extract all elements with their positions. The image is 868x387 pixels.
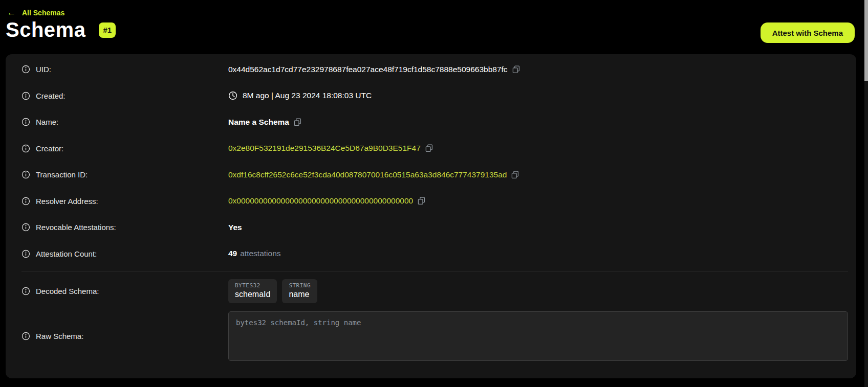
attestation-count-label-group: Attestation Count: <box>21 249 228 258</box>
row-created: Created: 8M ago | Aug 23 2024 18:08:03 U… <box>6 83 856 109</box>
copy-icon[interactable] <box>294 118 301 126</box>
created-label-group: Created: <box>21 92 228 100</box>
field-name: schemaId <box>235 290 270 299</box>
scrollbar-track[interactable] <box>864 0 868 387</box>
row-transaction-id: Transaction ID: 0xdf16c8cff2652c6ce52f3c… <box>6 162 856 188</box>
row-name: Name: Name a Schema <box>6 109 856 135</box>
uid-label-group: UID: <box>21 65 228 74</box>
info-icon <box>21 249 30 258</box>
copy-icon[interactable] <box>418 197 425 205</box>
page-title: Schema <box>6 18 85 41</box>
revocable-value: Yes <box>228 223 242 232</box>
transaction-id-link[interactable]: 0xdf16c8cff2652c6ce52f3cda40d0878070016c… <box>228 170 507 179</box>
info-icon <box>21 170 30 179</box>
transaction-id-label-group: Transaction ID: <box>21 170 228 179</box>
field-name: name <box>289 290 311 299</box>
decoded-schema-fields: BYTES32 schemaId STRING name <box>228 279 317 303</box>
back-to-all-schemas-link[interactable]: ← All Schemas <box>7 8 64 17</box>
row-attestation-count: Attestation Count: 49 attestations <box>6 241 856 267</box>
scrollbar-thumb[interactable] <box>864 0 868 81</box>
resolver-label-group: Resolver Address: <box>21 197 228 206</box>
raw-schema-label-group: Raw Schema: <box>21 332 228 340</box>
resolver-label: Resolver Address: <box>36 197 98 206</box>
row-revocable: Revocable Attestations: Yes <box>6 214 856 241</box>
info-icon <box>21 332 30 340</box>
copy-icon[interactable] <box>512 65 520 74</box>
creator-address-link[interactable]: 0x2e80F532191de291536B24Ce5D67a9B0D3E51F… <box>228 144 421 153</box>
info-icon <box>21 118 30 126</box>
raw-schema-textarea[interactable]: bytes32 schemaId, string name <box>228 311 848 361</box>
schema-field-chip: BYTES32 schemaId <box>228 279 277 303</box>
attestations-link[interactable]: attestations <box>240 249 280 258</box>
schema-number-badge: #1 <box>99 22 116 38</box>
info-icon <box>21 144 30 153</box>
schema-field-chip: STRING name <box>282 279 317 303</box>
copy-icon[interactable] <box>511 171 519 179</box>
info-icon <box>21 287 30 295</box>
created-value: 8M ago | Aug 23 2024 18:08:03 UTC <box>243 91 372 100</box>
divider <box>21 271 848 271</box>
row-creator: Creator: 0x2e80F532191de291536B24Ce5D67a… <box>6 135 856 162</box>
decoded-schema-label-group: Decoded Schema: <box>21 287 228 295</box>
resolver-address-link[interactable]: 0x00000000000000000000000000000000000000… <box>228 196 413 206</box>
creator-label-group: Creator: <box>21 144 228 153</box>
revocable-label-group: Revocable Attestations: <box>21 223 228 232</box>
field-type: STRING <box>289 282 311 289</box>
copy-icon[interactable] <box>425 144 433 152</box>
created-label: Created: <box>36 92 66 100</box>
row-uid: UID: 0x44d562ac1d7cd77e232978687fea027ac… <box>6 56 856 83</box>
attest-with-schema-button[interactable]: Attest with Schema <box>761 22 855 43</box>
back-arrow-icon: ← <box>7 8 16 17</box>
info-icon <box>21 197 30 206</box>
revocable-label: Revocable Attestations: <box>36 223 116 232</box>
row-decoded-schema: Decoded Schema: BYTES32 schemaId STRING … <box>6 277 856 305</box>
uid-value: 0x44d562ac1d7cd77e232978687fea027ace48f7… <box>228 65 508 74</box>
attestation-count-value: 49 <box>228 249 237 258</box>
back-link-label: All Schemas <box>22 9 64 17</box>
field-type: BYTES32 <box>235 282 270 289</box>
title-row: Schema #1 <box>6 18 116 41</box>
name-label: Name: <box>36 118 58 126</box>
clock-icon <box>228 91 237 100</box>
row-raw-schema: Raw Schema: bytes32 schemaId, string nam… <box>6 311 856 361</box>
name-value: Name a Schema <box>228 118 289 127</box>
raw-schema-label: Raw Schema: <box>36 332 83 340</box>
name-label-group: Name: <box>21 118 228 126</box>
schema-detail-card: UID: 0x44d562ac1d7cd77e232978687fea027ac… <box>6 54 856 378</box>
creator-label: Creator: <box>36 144 63 153</box>
transaction-id-label: Transaction ID: <box>36 170 88 179</box>
uid-label: UID: <box>36 65 51 74</box>
attestation-count-label: Attestation Count: <box>36 249 97 258</box>
info-icon <box>21 92 30 100</box>
info-icon <box>21 65 30 74</box>
row-resolver-address: Resolver Address: 0x00000000000000000000… <box>6 188 856 215</box>
info-icon <box>21 223 30 232</box>
decoded-schema-label: Decoded Schema: <box>36 287 99 295</box>
